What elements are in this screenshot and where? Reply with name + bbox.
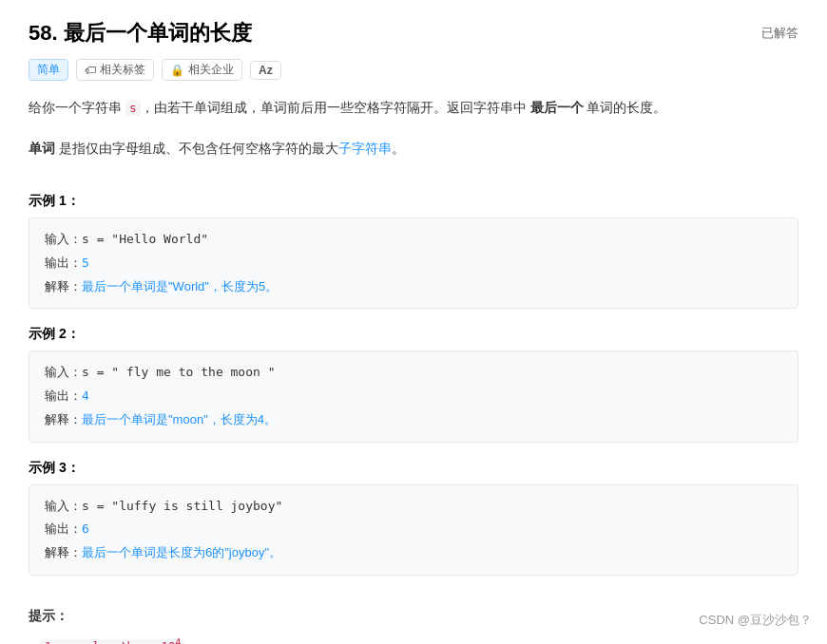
example-1-title: 示例 1： [29,193,798,210]
solved-badge: 已解答 [761,25,798,42]
hint-1-content: 1 <= s.length <= 104 [41,635,184,644]
example-1-block: 输入：s = "Hello World" 输出：5 解释：最后一个单词是"Wor… [29,218,798,309]
tag-az[interactable]: Az [250,61,281,80]
hints-section: 提示： • 1 <= s.length <= 104 • s 仅有英文字母和空格… [29,608,798,644]
tag-simple[interactable]: 简单 [29,59,68,81]
watermark: CSDN @豆沙沙包？ [699,612,812,629]
example-3-block: 输入：s = "luffy is still joyboy" 输出：6 解释：最… [29,484,798,576]
bullet-1: • [29,637,33,644]
problem-title: 58. 最后一个单词的长度 [29,19,798,47]
lock-icon: 🔒 [170,64,184,77]
example-2-block: 输入：s = " fly me to the moon " 输出：4 解释：最后… [29,350,798,442]
tag-related-company[interactable]: 🔒 相关企业 [162,59,242,81]
description-line2: 单词 是指仅由字母组成、不包含任何空格字符的最大子字符串。 [29,137,798,161]
description-line1: 给你一个字符串 s，由若干单词组成，单词前后用一些空格字符隔开。返回字符串中 最… [29,96,798,120]
hint-item-1: • 1 <= s.length <= 104 [29,635,798,644]
tags-row: 简单 🏷 相关标签 🔒 相关企业 Az [29,59,798,81]
example-2-title: 示例 2： [29,326,798,343]
tag-icon: 🏷 [85,64,96,77]
example-3: 示例 3： 输入：s = "luffy is still joyboy" 输出：… [29,460,798,576]
example-1: 示例 1： 输入：s = "Hello World" 输出：5 解释：最后一个单… [29,193,798,309]
hints-title: 提示： [29,608,798,625]
example-3-title: 示例 3： [29,460,798,477]
example-2: 示例 2： 输入：s = " fly me to the moon " 输出：4… [29,326,798,442]
tag-related-tags[interactable]: 🏷 相关标签 [76,59,154,81]
